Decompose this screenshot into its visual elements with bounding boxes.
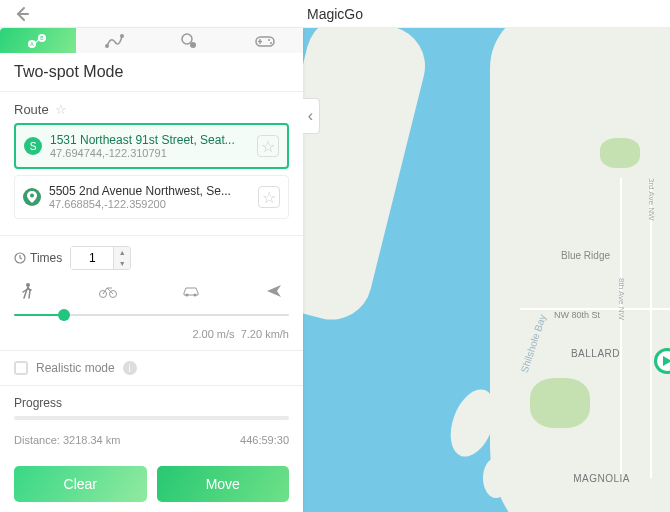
route-item-start[interactable]: S 1531 Northeast 91st Street, Seat... 47… bbox=[14, 123, 289, 169]
tab-multi-spot[interactable] bbox=[76, 28, 152, 53]
tab-teleport[interactable] bbox=[152, 28, 228, 53]
mode-title: Two-spot Mode bbox=[0, 53, 303, 92]
svg-point-4 bbox=[105, 44, 109, 48]
clear-button[interactable]: Clear bbox=[14, 466, 147, 502]
back-button[interactable] bbox=[10, 2, 34, 26]
route-label-text: Route bbox=[14, 102, 49, 117]
map-label-3rdave: 3rd Ave NW bbox=[647, 178, 656, 221]
times-stepper[interactable]: ▲ ▼ bbox=[70, 246, 131, 270]
route-coords: 47.694744,-122.310791 bbox=[50, 147, 257, 159]
gamepad-icon bbox=[254, 33, 276, 49]
times-up[interactable]: ▲ bbox=[114, 247, 130, 258]
start-marker-icon: S bbox=[24, 137, 42, 155]
svg-point-6 bbox=[182, 34, 192, 44]
speed-slider[interactable] bbox=[14, 308, 289, 322]
speed-readout: 2.00 m/s 7.20 km/h bbox=[14, 328, 289, 340]
realistic-checkbox[interactable] bbox=[14, 361, 28, 375]
times-label: Times bbox=[14, 251, 62, 265]
route-item-favorite[interactable]: ☆ bbox=[258, 186, 280, 208]
times-input[interactable] bbox=[71, 247, 113, 269]
clock-icon bbox=[14, 252, 26, 264]
times-down[interactable]: ▼ bbox=[114, 258, 130, 269]
tab-joystick[interactable] bbox=[227, 28, 303, 53]
app-title: MagicGo bbox=[34, 6, 660, 22]
svg-point-16 bbox=[186, 294, 189, 297]
route-favorite-icon[interactable]: ☆ bbox=[55, 102, 67, 117]
route-item-end[interactable]: 5505 2nd Avenue Northwest, Se... 47.6688… bbox=[14, 175, 289, 219]
car-mode-icon[interactable] bbox=[181, 284, 201, 298]
map-label-ballard: BALLARD bbox=[571, 348, 620, 359]
move-button[interactable]: Move bbox=[157, 466, 290, 502]
svg-point-17 bbox=[194, 294, 197, 297]
route-ab-icon: AB bbox=[27, 33, 49, 49]
progress-label: Progress bbox=[14, 396, 289, 410]
side-panel: AB Two-spot Mode Route ☆ S 15 bbox=[0, 28, 303, 512]
pin-globe-icon bbox=[180, 32, 198, 50]
route-address: 5505 2nd Avenue Northwest, Se... bbox=[49, 184, 258, 198]
map-label-8thave: 8th Ave NW bbox=[617, 278, 626, 320]
route-section-label: Route ☆ bbox=[14, 102, 289, 117]
map-label-magnolia: MAGNOLIA bbox=[573, 473, 630, 484]
svg-point-7 bbox=[190, 42, 196, 48]
multi-route-icon bbox=[104, 32, 124, 50]
svg-point-10 bbox=[270, 42, 272, 44]
realistic-label: Realistic mode bbox=[36, 361, 115, 375]
end-marker-icon bbox=[23, 188, 41, 206]
route-coords: 47.668854,-122.359200 bbox=[49, 198, 258, 210]
svg-point-5 bbox=[120, 34, 124, 38]
bike-mode-icon[interactable] bbox=[98, 284, 118, 298]
map-label-blueridge: Blue Ridge bbox=[561, 250, 610, 261]
tab-two-spot[interactable]: AB bbox=[0, 28, 76, 53]
progress-duration: 446:59:30 bbox=[240, 434, 289, 446]
info-icon[interactable]: i bbox=[123, 361, 137, 375]
walk-mode-icon[interactable] bbox=[20, 282, 34, 300]
plane-mode-icon[interactable] bbox=[265, 283, 283, 299]
collapse-panel-button[interactable]: ‹ bbox=[303, 98, 320, 134]
svg-point-9 bbox=[268, 39, 270, 41]
svg-point-11 bbox=[30, 194, 34, 198]
map-label-nw80: NW 80th St bbox=[554, 310, 600, 320]
route-item-favorite[interactable]: ☆ bbox=[257, 135, 279, 157]
route-address: 1531 Northeast 91st Street, Seat... bbox=[50, 133, 257, 147]
map-canvas[interactable]: ‹ Blue Ridge BALLARD MAGNOLIA NW 80th St… bbox=[303, 28, 670, 512]
mode-tabs: AB bbox=[0, 28, 303, 53]
progress-bar bbox=[14, 416, 289, 420]
progress-distance: Distance: 3218.34 km bbox=[14, 434, 120, 446]
